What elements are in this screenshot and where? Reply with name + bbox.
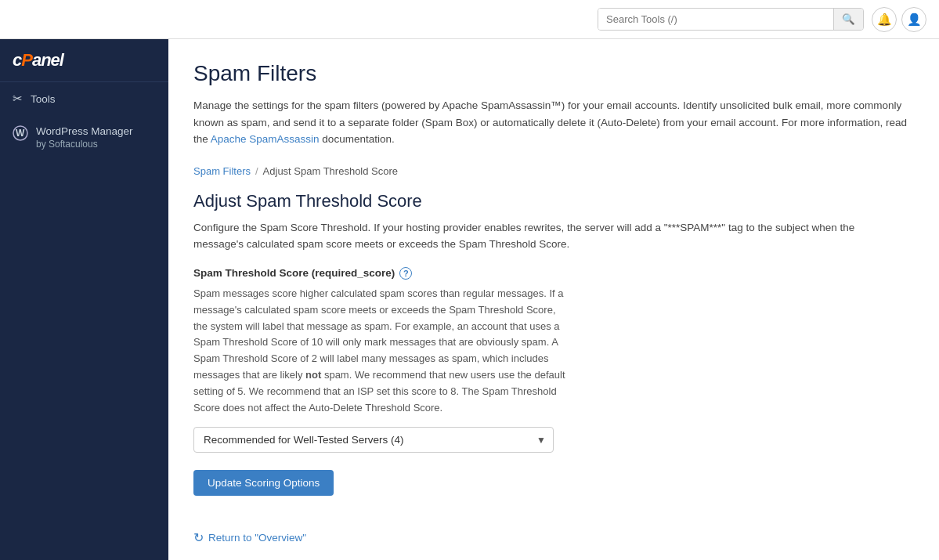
page-title: Spam Filters bbox=[193, 61, 914, 86]
help-icon[interactable]: ? bbox=[399, 267, 412, 280]
content-area: Spam Filters Manage the settings for the… bbox=[168, 39, 939, 560]
return-icon: ↻ bbox=[193, 530, 204, 545]
help-text-before: Spam messages score higher calculated sp… bbox=[193, 287, 564, 381]
sidebar: cPanel ✂ Tools W WordPress Manager by So… bbox=[0, 39, 168, 560]
sidebar-item-tools[interactable]: ✂ Tools bbox=[0, 82, 168, 115]
return-link-text: Return to "Overview" bbox=[208, 532, 306, 544]
wordpress-icon: W bbox=[13, 125, 28, 145]
help-text-bold: not bbox=[305, 369, 321, 381]
header-icons: 🔔 👤 bbox=[872, 7, 926, 32]
layout: cPanel ✂ Tools W WordPress Manager by So… bbox=[0, 39, 939, 560]
page-description-end: documentation. bbox=[320, 133, 395, 145]
header: 🔍 🔔 👤 bbox=[0, 0, 939, 39]
update-button[interactable]: Update Scoring Options bbox=[193, 470, 334, 496]
field-label-text: Spam Threshold Score (required_score) bbox=[193, 267, 395, 279]
search-input[interactable] bbox=[598, 9, 833, 30]
sidebar-item-tools-label: Tools bbox=[31, 93, 56, 105]
page-description: Manage the settings for the spam filters… bbox=[193, 97, 914, 148]
breadcrumb-separator: / bbox=[255, 165, 258, 177]
cpanel-logo-text: cPanel bbox=[13, 50, 63, 70]
svg-text:W: W bbox=[16, 128, 25, 139]
wordpress-label: WordPress Manager by Softaculous bbox=[36, 125, 133, 150]
search-button[interactable]: 🔍 bbox=[833, 9, 863, 30]
bell-icon: 🔔 bbox=[877, 13, 892, 27]
search-icon: 🔍 bbox=[842, 13, 855, 25]
section-title: Adjust Spam Threshold Score bbox=[193, 191, 914, 211]
field-label: Spam Threshold Score (required_score) ? bbox=[193, 267, 914, 280]
spamassassin-link[interactable]: Apache SpamAssassin bbox=[211, 133, 320, 145]
return-link[interactable]: ↻ Return to "Overview" bbox=[193, 530, 914, 545]
main-content: Spam Filters Manage the settings for the… bbox=[168, 39, 939, 560]
bell-button[interactable]: 🔔 bbox=[872, 7, 897, 32]
breadcrumb: Spam Filters / Adjust Spam Threshold Sco… bbox=[193, 165, 914, 177]
score-select[interactable]: Recommended for Well-Tested Servers (4)V… bbox=[193, 427, 554, 453]
score-select-wrapper: Recommended for Well-Tested Servers (4)V… bbox=[193, 427, 554, 453]
user-button[interactable]: 👤 bbox=[901, 7, 926, 32]
tools-icon: ✂ bbox=[13, 92, 23, 106]
help-text: Spam messages score higher calculated sp… bbox=[193, 286, 569, 416]
section-description: Configure the Spam Score Threshold. If y… bbox=[193, 219, 898, 253]
sidebar-item-wordpress[interactable]: W WordPress Manager by Softaculous bbox=[0, 115, 168, 160]
wordpress-label-main: WordPress Manager bbox=[36, 125, 133, 139]
search-bar: 🔍 bbox=[598, 8, 864, 31]
sidebar-logo: cPanel bbox=[0, 39, 168, 82]
breadcrumb-parent-link[interactable]: Spam Filters bbox=[193, 165, 251, 177]
user-icon: 👤 bbox=[907, 13, 922, 27]
breadcrumb-current: Adjust Spam Threshold Score bbox=[263, 165, 398, 177]
wordpress-label-sub: by Softaculous bbox=[36, 139, 133, 151]
